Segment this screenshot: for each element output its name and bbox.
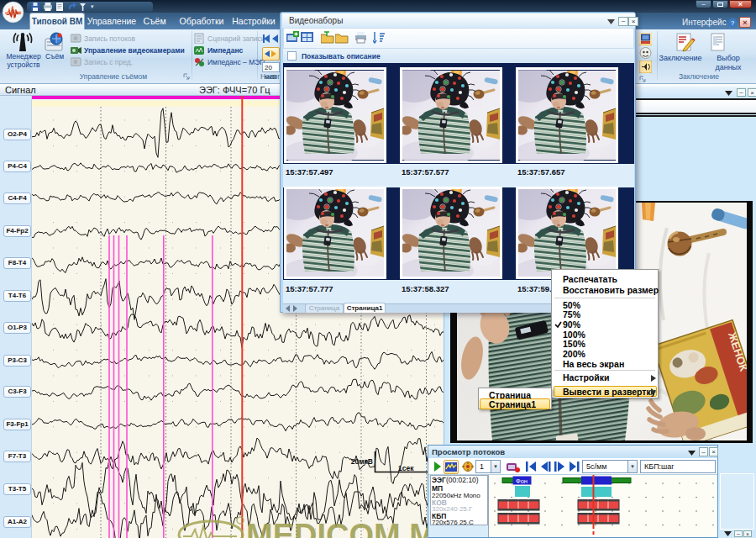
svg-text:1сек: 1сек <box>398 464 414 472</box>
svg-text:?: ? <box>731 19 735 27</box>
svg-text:Фон: Фон <box>516 477 528 485</box>
svg-text:MEDICOM MT: MEDICOM MT <box>246 518 454 538</box>
svg-text:20мкВ: 20мкВ <box>351 457 373 466</box>
